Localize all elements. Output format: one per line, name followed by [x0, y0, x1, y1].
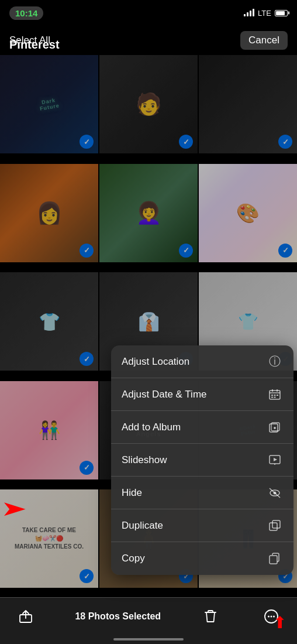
menu-item-add-to-album[interactable]: Add to Album	[111, 411, 293, 444]
svg-rect-4	[271, 395, 273, 396]
check-circle: ✓	[80, 352, 94, 366]
menu-item-slideshow[interactable]: Slideshow	[111, 444, 293, 477]
svg-rect-5	[274, 395, 276, 396]
status-bar: 10:14 LTE	[0, 0, 297, 26]
status-right: LTE	[244, 9, 288, 18]
photo-cell[interactable]: 🧑 ✓	[99, 55, 198, 153]
battery-icon	[275, 10, 288, 16]
check-circle: ✓	[80, 135, 94, 149]
top-bar: Select All Pinterest Cancel	[0, 26, 297, 55]
bottom-toolbar: 18 Photos Selected	[0, 597, 297, 644]
check-circle: ✓	[278, 244, 292, 258]
photo-cell[interactable]: 🎨 ✓	[199, 164, 297, 262]
context-menu: Adjust Location ⓘ Adjust Date & Time Add…	[111, 345, 293, 575]
photo-cell[interactable]: DarkFuture ✓	[0, 55, 98, 153]
svg-rect-19	[270, 523, 277, 530]
cancel-button[interactable]: Cancel	[240, 31, 288, 50]
hide-icon	[267, 485, 283, 501]
check-circle: ✓	[179, 135, 193, 149]
selected-count-label: 18 Photos Selected	[75, 611, 161, 622]
photo-cell[interactable]: 👩‍🦱 ✓	[99, 164, 198, 262]
check-circle: ✓	[179, 244, 193, 258]
svg-rect-8	[274, 396, 276, 398]
check-circle: ✓	[80, 461, 94, 475]
svg-rect-7	[271, 396, 273, 398]
share-button[interactable]	[14, 605, 37, 628]
copy-icon	[267, 550, 283, 567]
menu-item-duplicate[interactable]: Duplicate	[111, 509, 293, 542]
album-icon	[267, 419, 283, 436]
calendar-icon	[267, 386, 283, 403]
photo-text: DarkFuture	[39, 97, 60, 112]
photo-cell[interactable]: ✓	[199, 55, 297, 153]
svg-marker-14	[274, 458, 277, 461]
svg-rect-6	[277, 395, 278, 396]
photo-cell[interactable]: 👕 ✓	[0, 272, 98, 371]
svg-point-25	[270, 615, 272, 617]
menu-item-adjust-date-time[interactable]: Adjust Date & Time	[111, 378, 293, 411]
menu-item-hide[interactable]: Hide	[111, 477, 293, 509]
annotation-up-arrow: ⬆	[273, 613, 286, 632]
status-time: 10:14	[9, 6, 43, 20]
photo-cell[interactable]: 👩 ✓	[0, 164, 98, 262]
page-title: Pinterest	[9, 38, 60, 52]
svg-point-24	[268, 615, 270, 617]
menu-item-adjust-location[interactable]: Adjust Location ⓘ	[111, 345, 293, 378]
svg-rect-20	[272, 520, 280, 528]
carrier-label: LTE	[258, 9, 271, 18]
duplicate-icon	[267, 518, 283, 534]
check-circle: ✓	[80, 244, 94, 258]
annotation-arrow: ➤	[1, 496, 27, 521]
signal-icon	[244, 9, 254, 16]
check-circle: ✓	[278, 135, 292, 149]
menu-item-copy[interactable]: Copy	[111, 542, 293, 575]
svg-rect-21	[270, 556, 277, 564]
photo-cell[interactable]: 👫 ✓	[0, 381, 98, 479]
home-indicator	[113, 638, 184, 640]
slideshow-icon	[267, 452, 283, 468]
delete-button[interactable]	[199, 605, 222, 628]
location-icon: ⓘ	[267, 354, 283, 370]
